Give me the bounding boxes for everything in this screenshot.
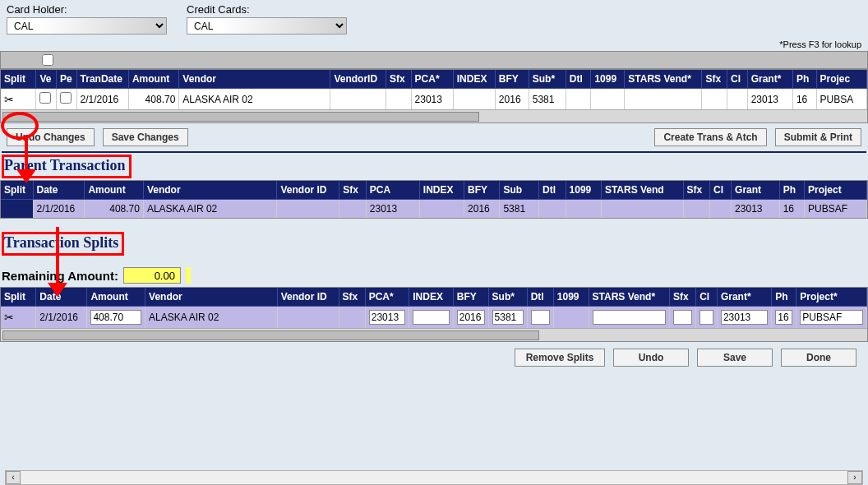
main-grid-hscroll[interactable] — [1, 109, 867, 122]
submit-print-button[interactable]: Submit & Print — [775, 128, 861, 146]
undo-button[interactable]: Undo — [613, 349, 689, 367]
col-sub[interactable]: Sub* — [529, 70, 566, 89]
credit-cards-select[interactable]: CAL — [187, 17, 347, 35]
save-changes-button[interactable]: Save Changes — [103, 128, 188, 146]
pcol-ph[interactable]: Ph — [779, 181, 804, 200]
header-checkbox[interactable] — [42, 54, 53, 66]
col-vendorid[interactable]: VendorID — [330, 70, 386, 89]
pcell-ph: 16 — [779, 200, 804, 219]
pcol-project[interactable]: Project — [804, 181, 866, 200]
undo-changes-button[interactable]: Undo Changes — [7, 128, 95, 146]
pcol-date[interactable]: Date — [33, 181, 85, 200]
pcol-grant[interactable]: Grant — [732, 181, 780, 200]
col-starsvend[interactable]: STARS Vend* — [625, 70, 702, 89]
pcol-split[interactable]: Split — [1, 181, 33, 200]
split-button-cell[interactable]: ✂ — [1, 89, 36, 110]
col-sfx[interactable]: Sfx — [386, 70, 411, 89]
col-amount[interactable]: Amount — [128, 70, 178, 89]
starsvend-input[interactable] — [593, 310, 666, 325]
pcol-sub[interactable]: Sub — [500, 181, 539, 200]
scol-sub[interactable]: Sub* — [488, 288, 527, 307]
col-cl[interactable]: Cl — [727, 70, 748, 89]
card-holder-select[interactable]: CAL — [7, 17, 167, 35]
pcol-index[interactable]: INDEX — [419, 181, 464, 200]
create-trans-atch-button[interactable]: Create Trans & Atch — [654, 128, 766, 146]
main-grid: Split Ve Pe TranDate Amount Vendor Vendo… — [0, 69, 868, 123]
scol-split[interactable]: Split — [1, 288, 36, 307]
bfy-input[interactable] — [457, 310, 485, 325]
parent-row[interactable]: 2/1/2016 408.70 ALASKA AIR 02 23013 2016… — [1, 200, 867, 219]
scol-date[interactable]: Date — [36, 288, 87, 307]
cell-sub: 5381 — [529, 89, 566, 110]
splits-split-button[interactable]: ✂ — [1, 307, 36, 329]
scol-amount[interactable]: Amount — [87, 288, 145, 307]
pcol-vendorid[interactable]: Vendor ID — [277, 181, 339, 200]
table-row[interactable]: ✂ 2/1/2016 408.70 ALASKA AIR 02 23013 20… — [1, 89, 867, 110]
col-pca[interactable]: PCA* — [411, 70, 453, 89]
project-input[interactable] — [800, 310, 863, 325]
col-index[interactable]: INDEX — [453, 70, 495, 89]
col-bfy[interactable]: BFY — [495, 70, 529, 89]
save-button[interactable]: Save — [697, 349, 773, 367]
scol-ph[interactable]: Ph — [772, 288, 796, 307]
scol-dtl[interactable]: Dtl — [527, 288, 553, 307]
scol-sfx[interactable]: Sfx — [339, 288, 365, 307]
cell-index — [453, 89, 495, 110]
col-grant[interactable]: Grant* — [747, 70, 792, 89]
col-trandate[interactable]: TranDate — [76, 70, 128, 89]
splits-row[interactable]: ✂ 2/1/2016 ALASKA AIR 02 — [1, 307, 867, 329]
pcol-vendor[interactable]: Vendor — [143, 181, 277, 200]
remove-splits-button[interactable]: Remove Splits — [515, 349, 605, 367]
col-ph[interactable]: Ph — [792, 70, 816, 89]
pe-checkbox[interactable] — [60, 92, 72, 104]
pcol-sfx2[interactable]: Sfx — [683, 181, 710, 200]
pcol-pca[interactable]: PCA — [366, 181, 419, 200]
pcol-amount[interactable]: Amount — [85, 181, 144, 200]
dtl-input[interactable] — [531, 310, 550, 325]
index-input[interactable] — [413, 310, 450, 325]
scroll-right-button[interactable]: › — [847, 471, 862, 484]
pca-input[interactable] — [369, 310, 406, 325]
scol-starsvend[interactable]: STARS Vend* — [589, 288, 669, 307]
col-dtl[interactable]: Dtl — [566, 70, 591, 89]
scol-bfy[interactable]: BFY — [453, 288, 488, 307]
splits-grid-hscroll[interactable] — [1, 328, 867, 341]
cell-sfx — [386, 89, 411, 110]
col-vendor[interactable]: Vendor — [179, 70, 330, 89]
scol-sfx2[interactable]: Sfx — [670, 288, 696, 307]
col-pe[interactable]: Pe — [57, 70, 77, 89]
pcell-amount: 408.70 — [85, 200, 144, 219]
col-split[interactable]: Split — [1, 70, 36, 89]
pcol-1099[interactable]: 1099 — [566, 181, 601, 200]
scol-project[interactable]: Project* — [796, 288, 867, 307]
page-hscroll[interactable]: ‹ › — [5, 470, 863, 485]
cl-input[interactable] — [699, 310, 713, 325]
verify-checkbox[interactable] — [39, 92, 51, 104]
scol-vendorid[interactable]: Vendor ID — [277, 288, 339, 307]
scell-sfx — [339, 307, 365, 329]
pcol-dtl[interactable]: Dtl — [539, 181, 566, 200]
scroll-left-button[interactable]: ‹ — [6, 471, 21, 484]
sub-input[interactable] — [492, 310, 524, 325]
scol-1099[interactable]: 1099 — [553, 288, 589, 307]
ph-input[interactable] — [775, 310, 792, 325]
scol-grant[interactable]: Grant* — [717, 288, 771, 307]
scol-vendor[interactable]: Vendor — [145, 288, 278, 307]
col-sfx2[interactable]: Sfx — [702, 70, 727, 89]
sfx2-input[interactable] — [673, 310, 692, 325]
col-ve[interactable]: Ve — [36, 70, 57, 89]
grant-input[interactable] — [721, 310, 768, 325]
cell-bfy: 2016 — [495, 89, 529, 110]
col-project[interactable]: Projec — [816, 70, 867, 89]
done-button[interactable]: Done — [781, 349, 856, 367]
amount-input[interactable] — [90, 310, 141, 325]
pcol-starsvend[interactable]: STARS Vend — [601, 181, 683, 200]
scol-index[interactable]: INDEX — [409, 288, 454, 307]
pcol-bfy[interactable]: BFY — [464, 181, 500, 200]
pcol-sfx[interactable]: Sfx — [339, 181, 367, 200]
scol-cl[interactable]: Cl — [696, 288, 718, 307]
scol-pca[interactable]: PCA* — [365, 288, 409, 307]
pcol-cl[interactable]: Cl — [710, 181, 732, 200]
scissors-icon: ✂ — [4, 311, 14, 324]
col-1099[interactable]: 1099 — [591, 70, 625, 89]
